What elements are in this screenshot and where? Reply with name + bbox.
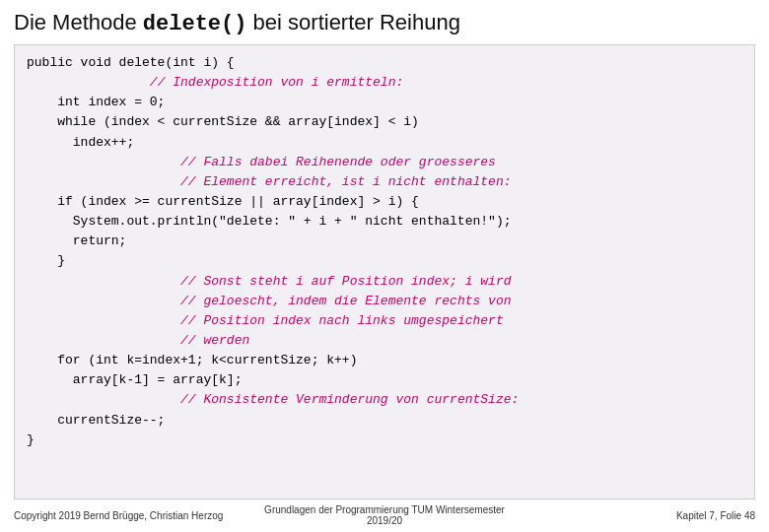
code-line-9: System.out.println("delete: " + i + " ni… — [27, 214, 511, 229]
code-line-19: currentSize--; — [27, 413, 165, 428]
code-line-8: if (index >= currentSize || array[index]… — [27, 194, 419, 209]
footer-center: Grundlagen der Programmierung TUM Winter… — [261, 504, 509, 526]
page: Die Methode delete() bei sortierter Reih… — [0, 0, 769, 532]
code-line-7: // Element erreicht, ist i nicht enthalt… — [27, 174, 512, 189]
title-code: delete() — [143, 12, 247, 36]
title-suffix: bei sortierter Reihung — [246, 10, 459, 34]
code-line-10: return; — [27, 233, 126, 248]
code-line-18: // Konsistente Verminderung von currentS… — [27, 392, 519, 407]
code-line-11: } — [27, 253, 65, 268]
code-line-15: // werden — [27, 333, 249, 348]
code-line-2: // Indexposition von i ermitteln: — [27, 75, 403, 90]
code-line-20: } — [27, 432, 35, 447]
code-line-1: public void delete(int i) { — [27, 55, 235, 70]
footer: Copyright 2019 Bernd Brügge, Christian H… — [14, 504, 755, 526]
code-line-13: // geloescht, indem die Elemente rechts … — [27, 294, 512, 308]
title-prefix: Die Methode — [14, 10, 143, 34]
footer-right: Kapitel 7, Folie 48 — [508, 510, 755, 521]
code-line-5: index++; — [27, 135, 134, 150]
code-box: public void delete(int i) { // Indexposi… — [14, 44, 755, 499]
code-line-17: array[k-1] = array[k]; — [27, 372, 242, 387]
slide-title: Die Methode delete() bei sortierter Reih… — [14, 10, 755, 36]
code-line-16: for (int k=index+1; k<currentSize; k++) — [27, 353, 357, 367]
code-line-12: // Sonst steht i auf Position index; i w… — [27, 274, 512, 289]
code-line-14: // Position index nach links umgespeiche… — [27, 313, 504, 328]
code-content: public void delete(int i) { // Indexposi… — [27, 53, 742, 450]
code-line-4: while (index < currentSize && array[inde… — [27, 114, 419, 129]
code-line-3: int index = 0; — [27, 95, 165, 109]
footer-left: Copyright 2019 Bernd Brügge, Christian H… — [14, 510, 261, 521]
code-line-6: // Falls dabei Reihenende oder groessere… — [27, 155, 496, 169]
